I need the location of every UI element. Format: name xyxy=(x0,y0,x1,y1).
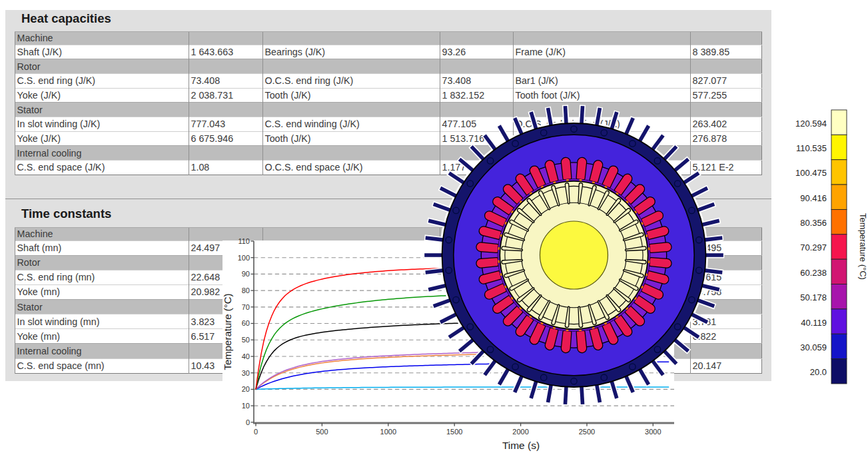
svg-text:40: 40 xyxy=(242,352,250,360)
svg-text:80.356: 80.356 xyxy=(800,218,827,228)
svg-text:3000: 3000 xyxy=(645,428,661,436)
svg-text:30: 30 xyxy=(242,369,250,377)
svg-text:60.238: 60.238 xyxy=(800,268,827,278)
svg-text:50: 50 xyxy=(242,336,250,344)
svg-text:0: 0 xyxy=(246,418,250,426)
svg-text:90: 90 xyxy=(242,270,250,278)
svg-text:100: 100 xyxy=(238,254,250,262)
svg-text:0: 0 xyxy=(254,428,258,436)
svg-text:120.594: 120.594 xyxy=(795,119,827,129)
svg-text:90.416: 90.416 xyxy=(800,193,827,203)
svg-text:110.535: 110.535 xyxy=(796,143,827,153)
svg-text:1500: 1500 xyxy=(446,428,462,436)
svg-text:70: 70 xyxy=(242,303,250,311)
svg-text:110: 110 xyxy=(238,237,250,245)
svg-text:70.297: 70.297 xyxy=(800,242,827,252)
svg-text:40.119: 40.119 xyxy=(801,318,827,328)
svg-text:1000: 1000 xyxy=(380,428,396,436)
svg-text:100.475: 100.475 xyxy=(795,168,827,178)
svg-text:30.059: 30.059 xyxy=(800,342,827,352)
svg-text:10: 10 xyxy=(242,402,250,410)
svg-text:Temperature (°C): Temperature (°C) xyxy=(222,293,233,370)
svg-text:80: 80 xyxy=(242,286,250,294)
svg-text:20.0: 20.0 xyxy=(810,367,827,377)
svg-text:Temperature (°C): Temperature (°C) xyxy=(858,213,868,280)
svg-text:500: 500 xyxy=(316,428,328,436)
svg-text:2500: 2500 xyxy=(579,428,595,436)
svg-text:20: 20 xyxy=(242,385,250,393)
svg-text:Time (s): Time (s) xyxy=(502,440,540,451)
svg-text:2000: 2000 xyxy=(512,428,528,436)
svg-text:50.178: 50.178 xyxy=(800,292,827,302)
svg-text:60: 60 xyxy=(242,319,250,327)
